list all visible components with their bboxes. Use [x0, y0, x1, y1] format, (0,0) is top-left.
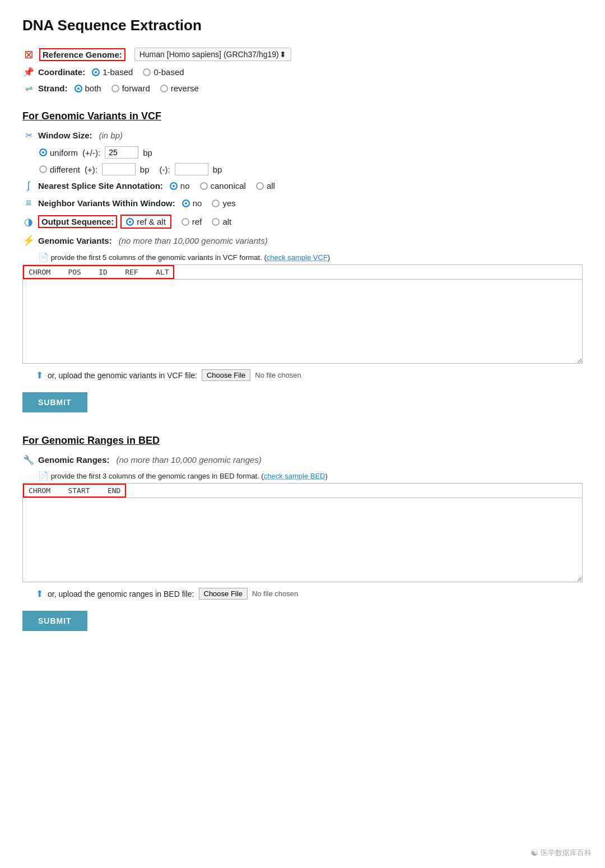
strand-reverse[interactable]: reverse — [160, 83, 199, 93]
bed-section-title: For Genomic Ranges in BED — [22, 435, 583, 447]
output-alt[interactable]: alt — [212, 217, 231, 226]
radio-neighbor-no[interactable] — [182, 199, 190, 207]
splice-canonical[interactable]: canonical — [200, 181, 246, 191]
radio-splice-all[interactable] — [256, 182, 264, 190]
output-alt-label: alt — [222, 217, 231, 226]
uniform-bp-label: bp — [143, 148, 152, 157]
splice-site-options: no canonical all — [170, 181, 275, 191]
bed-sample-link[interactable]: check sample BED — [264, 472, 325, 480]
radio-splice-no[interactable] — [170, 182, 178, 190]
reference-genome-select[interactable]: Human [Homo sapiens] (GRCh37/hg19) ⬍ — [134, 48, 291, 61]
vcf-input-textarea[interactable] — [23, 279, 582, 363]
output-seq-label: Output Sequence: — [38, 215, 117, 228]
different-minus-bp-label: bp — [213, 165, 222, 174]
splice-canonical-label: canonical — [211, 181, 246, 191]
radio-reverse[interactable] — [160, 85, 168, 92]
page-title: DNA Sequence Extraction — [22, 17, 583, 34]
genomic-ranges-label: Genomic Ranges: — [38, 455, 110, 465]
different-minus-input[interactable] — [175, 163, 208, 175]
different-plus-input[interactable] — [102, 163, 136, 175]
bed-submit-button[interactable]: SUBMIT — [22, 611, 87, 631]
plus-minus-label: (+/-): — [82, 148, 100, 157]
vcf-column-header: CHROM POS ID REF ALT — [23, 265, 174, 279]
bed-instruction-end: ) — [325, 472, 328, 480]
bed-upload-label: or, upload the genomic ranges in BED fil… — [48, 590, 194, 598]
output-ref[interactable]: ref — [182, 217, 202, 226]
radio-uniform[interactable] — [39, 148, 47, 156]
radio-splice-canonical[interactable] — [200, 182, 208, 190]
vcf-instruction-end: ) — [328, 253, 330, 262]
coordinate-icon: 📌 — [22, 67, 35, 77]
splice-site-icon: ∫ — [22, 180, 35, 192]
radio-neighbor-yes[interactable] — [212, 199, 220, 207]
splice-site-row: ∫ Nearest Splice Site Annotation: no can… — [22, 180, 583, 192]
bed-instruction: 📄 provide the first 3 columns of the gen… — [38, 471, 583, 481]
genomic-ranges-header-row: 🔧 Genomic Ranges: (no more than 10,000 g… — [22, 454, 583, 465]
strand-icon: ⇌ — [22, 83, 35, 94]
bed-column-header: CHROM START END — [23, 484, 126, 498]
neighbor-yes-label: yes — [222, 198, 235, 208]
output-ref-label: ref — [192, 217, 202, 226]
genomic-variants-header-row: ⚡ Genomic Variants: (no more than 10,000… — [22, 234, 583, 247]
output-seq-options: ref & alt ref alt — [120, 215, 231, 229]
strand-options: both forward reverse — [75, 83, 199, 93]
neighbor-variants-label: Neighbor Variants Within Window: — [38, 198, 175, 208]
plus-label: (+): — [85, 165, 97, 174]
coordinate-0based-label: 0-based — [153, 67, 184, 77]
genomic-ranges-italic: (no more than 10,000 genomic ranges) — [117, 455, 262, 465]
neighbor-yes[interactable]: yes — [212, 198, 235, 208]
strand-both[interactable]: both — [75, 83, 101, 93]
radio-alt[interactable] — [212, 218, 220, 226]
window-different[interactable]: different — [39, 165, 80, 174]
output-ref-alt[interactable]: ref & alt — [126, 217, 166, 226]
radio-1based[interactable] — [92, 68, 100, 76]
vcf-choose-file-button[interactable]: Choose File — [202, 369, 250, 381]
bed-file-upload-row: ⬆ or, upload the genomic ranges in BED f… — [36, 588, 583, 600]
coordinate-options: 1-based 0-based — [92, 67, 184, 77]
vcf-instruction-text: provide the first 5 columns of the genom… — [51, 253, 267, 262]
window-size-uniform-row: uniform (+/-): bp — [39, 146, 583, 159]
vcf-textarea-wrapper: CHROM POS ID REF ALT — [22, 264, 583, 364]
splice-no[interactable]: no — [170, 181, 190, 191]
reference-genome-row: ⊠ Reference Genome: Human [Homo sapiens]… — [22, 48, 583, 61]
radio-ref-alt[interactable] — [126, 218, 134, 226]
window-size-header-row: ✂ Window Size: (in bp) — [22, 130, 583, 141]
window-size-icon: ✂ — [22, 130, 35, 141]
vcf-section-title: For Genomic Variants in VCF — [22, 110, 583, 122]
window-uniform[interactable]: uniform — [39, 148, 78, 157]
reference-genome-icon: ⊠ — [22, 48, 35, 61]
vcf-file-upload-row: ⬆ or, upload the genomic variants in VCF… — [36, 369, 583, 381]
strand-forward-label: forward — [122, 83, 150, 93]
vcf-upload-label: or, upload the genomic variants in VCF f… — [48, 371, 197, 380]
vcf-sample-link[interactable]: check sample VCF — [267, 253, 328, 262]
bed-no-file-text: No file chosen — [252, 590, 298, 598]
vcf-instruction: 📄 provide the first 5 columns of the gen… — [38, 252, 583, 262]
coordinate-row: 📌 Coordinate: 1-based 0-based — [22, 67, 583, 77]
minus-label: (-): — [160, 165, 170, 174]
reference-genome-value: Human [Homo sapiens] (GRCh37/hg19) — [139, 50, 279, 59]
splice-site-label: Nearest Splice Site Annotation: — [38, 181, 163, 191]
genomic-variants-italic: (no more than 10,000 genomic variants) — [119, 236, 268, 245]
strand-both-label: both — [85, 83, 101, 93]
strand-reverse-label: reverse — [171, 83, 199, 93]
radio-different[interactable] — [39, 165, 47, 173]
coordinate-1based-label: 1-based — [103, 67, 133, 77]
vcf-submit-button[interactable]: SUBMIT — [22, 392, 87, 412]
splice-all[interactable]: all — [256, 181, 275, 191]
neighbor-no[interactable]: no — [182, 198, 202, 208]
radio-both[interactable] — [75, 85, 82, 92]
genomic-variants-label: Genomic Variants: — [38, 236, 112, 245]
coordinate-0based[interactable]: 0-based — [143, 67, 184, 77]
radio-0based[interactable] — [143, 68, 151, 76]
output-seq-icon: ◑ — [22, 216, 35, 228]
bed-textarea-wrapper: CHROM START END — [22, 483, 583, 582]
different-plus-bp-label: bp — [140, 165, 150, 174]
bed-input-textarea[interactable] — [23, 498, 582, 582]
radio-forward[interactable] — [111, 85, 119, 92]
bed-choose-file-button[interactable]: Choose File — [199, 588, 248, 600]
uniform-bp-input[interactable] — [105, 146, 138, 159]
strand-label: Strand: — [38, 83, 68, 93]
strand-forward[interactable]: forward — [111, 83, 150, 93]
coordinate-1based[interactable]: 1-based — [92, 67, 133, 77]
radio-ref[interactable] — [182, 218, 189, 226]
